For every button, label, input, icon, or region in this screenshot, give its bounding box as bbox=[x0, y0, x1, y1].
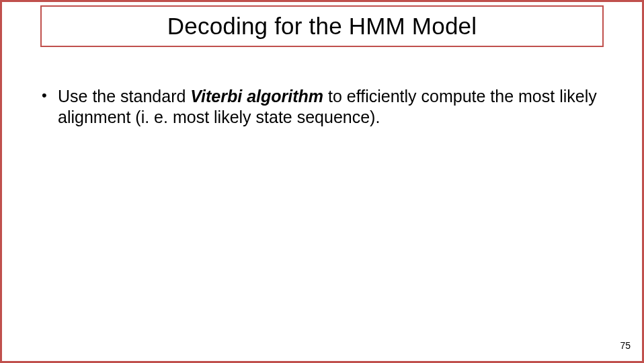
bullet-text: Use the standard Viterbi algorithm to ef… bbox=[58, 86, 604, 128]
bullet-text-emphasis: Viterbi algorithm bbox=[190, 87, 323, 106]
content-area: • Use the standard Viterbi algorithm to … bbox=[39, 86, 604, 128]
page-number: 75 bbox=[620, 340, 631, 351]
bullet-item: • Use the standard Viterbi algorithm to … bbox=[39, 86, 604, 128]
slide-title-box: Decoding for the HMM Model bbox=[40, 5, 604, 47]
bullet-text-pre: Use the standard bbox=[58, 87, 190, 106]
bullet-marker: • bbox=[39, 86, 58, 104]
slide-border bbox=[0, 0, 644, 363]
slide-title: Decoding for the HMM Model bbox=[167, 13, 477, 40]
